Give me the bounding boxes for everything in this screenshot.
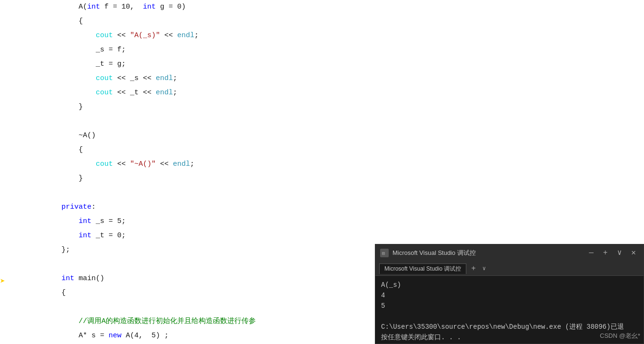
terminal-tab-bar: Microsoft Visual Studio 调试控 + ∨ — [375, 262, 644, 276]
terminal-new-tab-button[interactable]: + — [600, 249, 611, 257]
terminal-titlebar: ⊞ Microsoft Visual Studio 调试控 — + ∨ ✕ — [375, 244, 644, 262]
terminal-close-button[interactable]: ✕ — [628, 249, 639, 257]
code-line-9 — [0, 114, 644, 129]
execution-arrow-icon: ➤ — [0, 274, 5, 289]
terminal-minimize-button[interactable]: — — [586, 249, 597, 257]
terminal-add-tab-button[interactable]: + — [468, 264, 479, 273]
code-line-17: int _t = 0; — [0, 229, 644, 243]
code-line-10: ~A() — [0, 129, 644, 143]
code-line-8: } — [0, 100, 644, 114]
code-line-7: cout << _t << endl; — [0, 86, 644, 100]
terminal-output-line-5: C:\Users\35300\source\repos\new\Debug\ne… — [381, 322, 638, 332]
terminal-window[interactable]: ⊞ Microsoft Visual Studio 调试控 — + ∨ ✕ Mi… — [375, 244, 644, 344]
terminal-tab[interactable]: Microsoft Visual Studio 调试控 — [379, 263, 466, 274]
terminal-output-line-2: 4 — [381, 290, 638, 301]
code-line-1: A(int f = 10, int g = 0) — [0, 0, 644, 14]
terminal-output-line-4 — [381, 311, 638, 322]
code-line-13: } — [0, 172, 644, 186]
code-line-14 — [0, 186, 644, 200]
terminal-output-line-3: 5 — [381, 301, 638, 311]
terminal-output-line-6: 按任意键关闭此窗口. . . — [381, 332, 638, 343]
line-content-25: return 0; — [21, 329, 117, 344]
terminal-title-text: Microsoft Visual Studio 调试控 — [392, 249, 583, 257]
terminal-output-line-1: A(_s) — [381, 280, 638, 290]
terminal-app-icon: ⊞ — [380, 249, 389, 257]
code-line-12: cout << "~A()" << endl; — [0, 157, 644, 172]
terminal-dropdown-button[interactable]: ∨ — [614, 249, 625, 257]
csdn-watermark: CSDN @老幺* — [600, 332, 640, 340]
csdn-watermark-text: CSDN @老幺* — [600, 332, 640, 339]
svg-text:⊞: ⊞ — [382, 251, 385, 256]
terminal-tab-label: Microsoft Visual Studio 调试控 — [384, 265, 461, 272]
terminal-tab-dropdown-button[interactable]: ∨ — [481, 265, 488, 272]
